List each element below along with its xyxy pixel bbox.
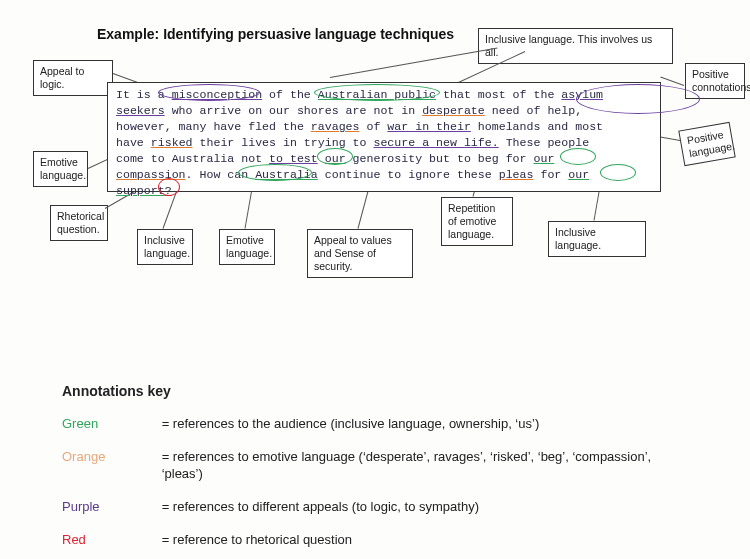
passage-line-3: however, many have fled the ravages of w… [116,119,650,135]
key-text: = references to emotive language (‘despe… [162,448,682,482]
t: It is a [116,88,172,101]
t: continue to ignore these [318,168,499,181]
word-our-3: our [568,168,589,181]
annotation-inclusive-bottom: Inclusive language. [137,229,193,265]
word-to-test: to test [269,152,318,165]
word-secure-new-life: secure a new life. [373,136,498,149]
leader-line [660,76,684,85]
t: who arrive on our shores are not in [165,104,422,117]
key-row-orange: Orange = references to emotive language … [62,448,682,482]
word-support: support [116,184,165,197]
t: . How can [186,168,256,181]
passage-line-2: seekers who arrive on our shores are not… [116,103,650,119]
page-title: Example: Identifying persuasive language… [97,26,454,42]
word-risked: risked [151,136,193,149]
annotation-positive-language: Positive language. [678,122,735,166]
word-australia: Australia [255,168,318,181]
annotation-emotive-left: Emotive language. [33,151,88,187]
word-war-in-their: war in their [387,120,471,133]
t: come to Australia not [116,152,269,165]
key-title: Annotations key [62,383,171,399]
word-pleas: pleas [499,168,534,181]
t: have [116,136,151,149]
t: These people [499,136,589,149]
passage-box: It is a misconception of the Australian … [107,82,661,192]
annotation-inclusive-right: Inclusive language. [548,221,646,257]
key-label: Orange [62,448,158,465]
passage-line-1: It is a misconception of the Australian … [116,87,650,103]
annotation-rhetorical: Rhetorical question. [50,205,108,241]
word-our-2: our [533,152,554,165]
annotation-repetition: Repetition of emotive language. [441,197,513,246]
word-ravages: ravages [311,120,360,133]
key-label: Purple [62,498,158,515]
key-label: Green [62,415,158,432]
t: of the [262,88,318,101]
t: need of help, [485,104,582,117]
passage-line-4: have risked their lives in trying to sec… [116,135,650,151]
word-asylum: asylum [561,88,603,101]
word-our-1: our [325,152,346,165]
key-row-red: Red = reference to rhetorical question [62,531,682,548]
key-label: Red [62,531,158,548]
annotation-appeal-logic: Appeal to logic. [33,60,113,96]
annotation-appeal-values: Appeal to values and Sense of security. [307,229,413,278]
t: of [360,120,388,133]
t [318,152,325,165]
passage-line-7: support? [116,183,650,199]
key-row-purple: Purple = references to different appeals… [62,498,682,515]
word-misconception: misconception [172,88,262,101]
passage-line-5: come to Australia not to test our genero… [116,151,650,167]
t: homelands and most [471,120,603,133]
key-text: = reference to rhetorical question [162,531,682,548]
key-text: = references to the audience (inclusive … [162,415,682,432]
annotation-positive-connotations: Positive connotations. [685,63,745,99]
worksheet-page: Example: Identifying persuasive language… [0,0,750,559]
t: their lives in trying to [193,136,374,149]
key-row-green: Green = references to the audience (incl… [62,415,682,432]
annotation-emotive-bottom: Emotive language. [219,229,275,265]
word-desperate: desperate [422,104,485,117]
t: for [533,168,568,181]
t: that most of the [436,88,561,101]
key-text: = references to different appeals (to lo… [162,498,682,515]
passage-line-6: compassion. How can Australia continue t… [116,167,650,183]
word-compassion: compassion [116,168,186,181]
word-seekers: seekers [116,104,165,117]
leader-line [330,47,498,78]
word-australian-public: Australian public [318,88,436,101]
word-qmark: ? [165,184,172,197]
t: however, many have fled the [116,120,311,133]
t: generosity but to beg for [346,152,534,165]
